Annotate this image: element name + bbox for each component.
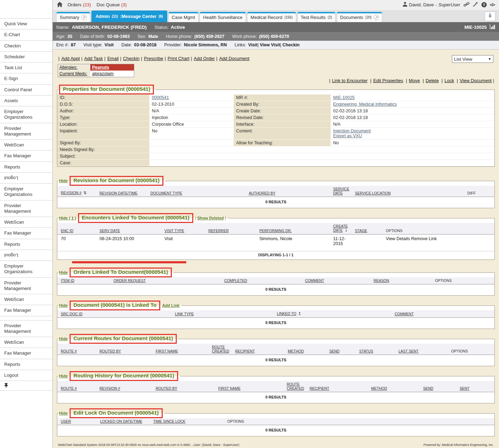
col-link-type[interactable]: LINK TYPE <box>175 312 277 316</box>
add-task-link[interactable]: Add Task <box>80 56 103 61</box>
sidebar-item-checkin[interactable]: Checkin <box>0 40 52 51</box>
sidebar-item-webscan[interactable]: WebScan <box>0 139 52 150</box>
prescribe-link[interactable]: Prescribe <box>140 56 163 61</box>
sidebar-item-webscan[interactable]: WebScan <box>0 294 52 305</box>
add-appt-link[interactable]: Add Appt <box>57 56 80 61</box>
sidebar-item-e-chart[interactable]: E-Chart <box>0 29 52 40</box>
col-serv-date[interactable]: SERV DATE <box>99 229 164 233</box>
sidebar-item-fax-manager[interactable]: Fax Manager <box>0 150 52 161</box>
col-comment[interactable]: COMMENT <box>395 312 491 316</box>
col-method[interactable]: METHOD <box>371 386 423 390</box>
sidebar-item-provider-management[interactable]: Provider Management <box>0 277 52 294</box>
col-service-location[interactable]: SERVICE LOCATION <box>355 191 467 195</box>
tab-health-surveillance[interactable]: Health Surveillance <box>200 12 246 22</box>
col-sent[interactable]: SENT <box>460 386 491 390</box>
routes-hide-link[interactable]: Hide <box>59 337 68 341</box>
sidebar-item-employer-organizations[interactable]: Employer Organizations <box>0 183 52 200</box>
col-recipient[interactable]: RECIPIENT <box>235 349 288 353</box>
col-service-date[interactable]: SERVICE DATE <box>333 187 355 195</box>
sidebar-item-truncated[interactable] <box>0 316 52 320</box>
growth-chart-icon[interactable] <box>490 24 495 30</box>
sidebar-item-provider-management[interactable]: Provider Management <box>0 123 52 140</box>
sidebar-item-reports[interactable]: Reports <box>0 239 52 250</box>
sidebar-item-employer-organizations[interactable]: Employer Organizations <box>0 106 52 123</box>
col-enc-id[interactable]: ENC ID <box>61 229 99 233</box>
checkin-link[interactable]: Checkin <box>119 56 140 61</box>
col-document-type[interactable]: DOCUMENT TYPE <box>150 191 249 195</box>
col-first-name[interactable]: FIRST NAME <box>218 386 287 390</box>
col-first-name[interactable]: FIRST NAME <box>156 349 212 353</box>
sidebar-item-logout[interactable]: Logout <box>0 250 52 261</box>
col-comment[interactable]: COMMENT <box>305 278 374 283</box>
col-send[interactable]: SEND <box>423 386 460 390</box>
developer-tools-button[interactable]: </> <box>490 2 495 7</box>
print-chart-link[interactable]: Print Chart <box>163 56 189 61</box>
sidebar-item-reports[interactable]: Reports <box>0 359 52 370</box>
tab-test-results[interactable]: Test Results (2) <box>297 12 336 22</box>
sidebar-item-task-list[interactable]: Task List <box>0 62 52 73</box>
sidebar-item-scheduler[interactable]: Scheduler <box>0 51 52 62</box>
tab-documents[interactable]: Documents (20) <box>337 12 383 22</box>
col-revision-number[interactable]: REVISION #⇅ <box>61 191 99 195</box>
col-locked-on[interactable]: LOCKED ON DATE/TIME <box>100 419 153 423</box>
sidebar-item-fax-manager[interactable]: Fax Manager <box>0 305 52 316</box>
lock-link[interactable]: Lock <box>440 78 454 83</box>
injection-document-link[interactable]: Injection Document <box>333 129 371 133</box>
popout-icon[interactable] <box>374 15 379 20</box>
export-as-vxu-link[interactable]: Export as VXU <box>333 133 362 138</box>
orders-hide-link[interactable]: Hide <box>59 270 68 275</box>
sidebar-item-employer-organizations[interactable]: Employer Organizations <box>0 261 52 277</box>
col-status[interactable]: STATUS <box>359 349 398 353</box>
help-button[interactable]: ? <box>481 2 487 7</box>
col-item-id[interactable]: ITEM ID <box>61 278 114 283</box>
col-routed-by[interactable]: ROUTED BY <box>99 349 156 353</box>
remove-link-link[interactable]: Remove Link <box>411 236 437 241</box>
user-menu[interactable]: David, Dave - SuperUser <box>403 2 460 8</box>
col-stage[interactable]: STAGE <box>355 229 386 233</box>
sidebar-item-fax-manager[interactable]: Fax Manager <box>0 348 52 358</box>
col-route-created[interactable]: ROUTE CREATED <box>287 382 310 390</box>
email-link[interactable]: Email <box>103 56 119 61</box>
collapse-tabs-button[interactable] <box>485 12 495 21</box>
col-visit-type[interactable]: VISIT TYPE <box>164 229 208 233</box>
col-recipient[interactable]: RECIPIENT <box>310 386 371 390</box>
add-document-link[interactable]: Add Document <box>215 56 249 61</box>
col-method[interactable]: METHOD <box>288 349 329 353</box>
current-meds-link[interactable]: Current Meds: <box>59 71 87 76</box>
view-document-link[interactable]: View Document <box>455 78 492 83</box>
sidebar-item-provider-management[interactable]: Provider Management <box>0 200 52 217</box>
col-route-number[interactable]: ROUTE # <box>61 349 99 353</box>
col-routed-by[interactable]: ROUTED BY <box>156 386 218 390</box>
view-mode-select[interactable]: List View ▼ <box>452 55 493 63</box>
linked-to-hide-link[interactable]: Hide <box>59 303 68 308</box>
col-completed[interactable]: COMPLETED <box>224 278 305 283</box>
sidebar-item-fax-manager[interactable]: Fax Manager <box>0 228 52 238</box>
link-shortcut-button[interactable] <box>464 2 469 8</box>
sidebar-item-logout[interactable]: Logout <box>0 370 52 381</box>
col-last-sent[interactable]: LAST SENT <box>398 349 451 353</box>
allergies-link[interactable]: Allergies: <box>59 65 77 70</box>
sidebar-item-assets[interactable]: Assets <box>0 95 52 106</box>
sidebar-item-control-panel[interactable]: Control Panel <box>0 84 52 95</box>
col-linked-to[interactable]: LINKED TO↥ <box>277 311 395 316</box>
nav-orders[interactable]: Orders (23) <box>67 2 91 7</box>
col-revision-number[interactable]: REVISION # <box>99 386 156 390</box>
nav-doc-queue[interactable]: Doc Queue (3) <box>97 2 127 7</box>
col-route-number[interactable]: ROUTE # <box>61 386 99 390</box>
col-create-date[interactable]: CREATE DATE⇂ <box>333 224 355 233</box>
sidebar-item-logout[interactable]: Logout <box>0 172 52 183</box>
sidebar-pin-toggle[interactable] <box>0 381 52 391</box>
add-link-link[interactable]: Add Link <box>162 303 179 308</box>
col-performing-dr[interactable]: PERFORMING DR. <box>259 229 333 233</box>
revisions-hide-link[interactable]: Hide <box>59 179 68 183</box>
tab-medical-record[interactable]: Medical Record (156) <box>247 12 296 22</box>
col-referrer[interactable]: REFERRER <box>208 229 259 233</box>
col-user[interactable]: USER <box>61 419 100 423</box>
col-authored-by[interactable]: AUTHORED BY <box>249 191 333 195</box>
sidebar-item-webscan[interactable]: WebScan <box>0 217 52 228</box>
add-order-link[interactable]: Add Order <box>189 56 215 61</box>
allergy-peanuts-link[interactable]: Peanuts <box>90 64 134 71</box>
sidebar-item-e-sign[interactable]: E-Sign <box>0 73 52 84</box>
encounters-hide-link[interactable]: Hide ( 1 ) <box>59 216 76 220</box>
col-time-since-lock[interactable]: TIME SINCE LOCK <box>153 419 227 423</box>
